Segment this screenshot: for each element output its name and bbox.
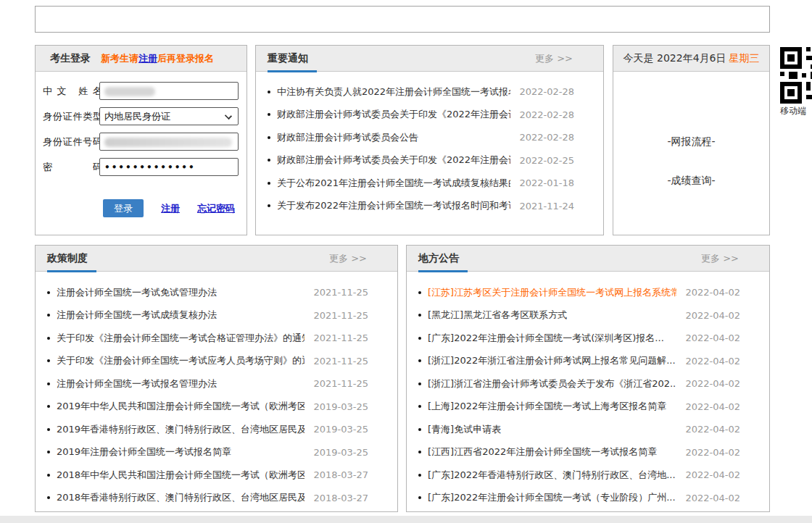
name-input[interactable] (99, 82, 239, 100)
notices-header: 重要通知 更多 >> (256, 46, 603, 72)
quick-link[interactable]: -网报流程- (613, 135, 769, 148)
notices-list: 中注协有关负责人就2022年注册会计师全国统一考试报名相... 2022-02-… (256, 72, 603, 217)
today-panel: 今天是 2022年4月6日星期三 -网报流程- -成绩查询- (613, 45, 770, 235)
policy-panel: 政策制度 更多 >> 注册会计师全国统一考试免试管理办法 2021-11-25 … (35, 245, 398, 512)
bullet-icon (47, 405, 50, 408)
title-underline (418, 270, 468, 272)
bullet-icon (47, 496, 50, 499)
news-date: 2021-11-25 (313, 332, 368, 343)
name-row: 中文 姓名 (36, 82, 246, 100)
quick-links: -网报流程- -成绩查询- (613, 72, 769, 188)
news-link[interactable]: [广东]2022年注册会计师全国统一考试（专业阶段）广州... (428, 491, 676, 504)
redacted-id-value (104, 138, 232, 147)
password-label: 密 码 (43, 158, 102, 176)
news-link[interactable]: [浙江]浙江省注册会计师考试委员会关于发布《浙江省202... (428, 377, 676, 390)
news-link[interactable]: [广东]2022年香港特别行政区、澳门特别行政区、台湾地... (428, 469, 676, 482)
list-item: 财政部注册会计师考试委员会关于印发《2022年注册会计师... 2022-02-… (256, 149, 603, 172)
id-type-select[interactable]: 内地居民身份证 (99, 107, 239, 125)
id-type-row: 身份证件类型 内地居民身份证 (36, 107, 246, 125)
bullet-icon (418, 474, 421, 477)
list-item: [江西]江西省2022年注册会计师全国统一考试报名简章 2022-04-02 (407, 441, 769, 464)
news-date: 2022-04-02 (685, 310, 740, 321)
register-inline-link[interactable]: 注册 (138, 53, 157, 64)
news-link[interactable]: 财政部注册会计师考试委员会公告 (277, 131, 510, 144)
news-link[interactable]: 中注协有关负责人就2022年注册会计师全国统一考试报名相... (277, 85, 510, 99)
bullet-icon (268, 159, 270, 162)
news-link[interactable]: [江西]江西省2022年注册会计师全国统一考试报名简章 (428, 445, 676, 459)
news-link[interactable]: 注册会计师全国统一考试成绩复核办法 (57, 309, 304, 322)
forgot-password-link[interactable]: 忘记密码 (197, 202, 235, 215)
register-link[interactable]: 注册 (161, 202, 180, 215)
news-link[interactable]: [广东]2022年注册会计师全国统一考试(深圳考区)报名... (428, 332, 676, 345)
bullet-icon (418, 291, 421, 294)
news-link[interactable]: [青海]免试申请表 (428, 423, 676, 436)
list-item: 2018年中华人民共和国注册会计师全国统一考试（欧洲考区... 2018-03-… (36, 464, 397, 487)
qr-label: 移动端 (780, 105, 812, 117)
news-link[interactable]: [上海]2022年注册会计师全国统一考试上海考区报名简章 (428, 400, 676, 413)
news-link[interactable]: 2019年注册会计师全国统一考试报名简章 (57, 445, 304, 459)
id-number-label: 身份证件号码 (43, 133, 102, 151)
list-item: [黑龙江]黑龙江省各考区联系方式 2022-04-02 (407, 304, 769, 327)
list-item: 2019年注册会计师全国统一考试报名简章 2019-03-25 (36, 441, 397, 464)
news-link[interactable]: 关于发布2022年注册会计师全国统一考试报名时间和考试时... (277, 199, 510, 212)
news-link[interactable]: 财政部注册会计师考试委员会关于印发《2022年注册会计师... (277, 108, 510, 121)
bullet-icon (418, 359, 421, 362)
news-date: 2019-03-25 (313, 401, 368, 412)
notices-more-link[interactable]: 更多 >> (535, 46, 573, 72)
news-date: 2022-04-02 (685, 332, 740, 343)
news-link[interactable]: 2019年中华人民共和国注册会计师全国统一考试（欧洲考区... (57, 400, 304, 413)
local-header: 地方公告 更多 >> (407, 246, 769, 272)
list-item: 财政部注册会计师考试委员会关于印发《2022年注册会计师... 2022-02-… (256, 104, 603, 127)
today-date-text: 今天是 2022年4月6日星期三 (624, 52, 760, 65)
notice-prefix: 新考生请 (101, 53, 138, 64)
news-link[interactable]: [黑龙江]黑龙江省各考区联系方式 (428, 309, 676, 322)
news-link[interactable]: 关于印发《注册会计师全国统一考试应考人员考场守则》的通知 (57, 354, 304, 367)
news-date: 2021-11-24 (519, 201, 574, 212)
news-link[interactable]: 2019年香港特别行政区、澳门特别行政区、台湾地区居民及... (57, 423, 304, 436)
policy-list: 注册会计师全国统一考试免试管理办法 2021-11-25 注册会计师全国统一考试… (36, 272, 397, 509)
login-button[interactable]: 登录 (103, 199, 144, 217)
bullet-icon (268, 182, 270, 185)
news-date: 2018-03-27 (313, 493, 368, 503)
bullet-icon (47, 314, 50, 317)
bullet-icon (268, 136, 270, 139)
list-item: [青海]免试申请表 2022-04-02 (407, 418, 769, 441)
bullet-icon (268, 113, 270, 116)
news-link[interactable]: 关于印发《注册会计师全国统一考试合格证管理办法》的通知 (57, 332, 304, 345)
password-input[interactable]: ••••••••••••• (99, 158, 239, 176)
news-link[interactable]: 注册会计师全国统一考试免试管理办法 (57, 286, 304, 299)
bullet-icon (418, 496, 421, 499)
news-date: 2022-04-02 (685, 378, 740, 389)
news-link[interactable]: 关于公布2021年注册会计师全国统一考试成绩复核结果的公... (277, 177, 510, 190)
new-candidate-notice: 新考生请注册后再登录报名 (101, 52, 214, 65)
footer-band (0, 516, 812, 523)
bullet-icon (47, 428, 50, 431)
bullet-icon (47, 382, 50, 385)
news-link[interactable]: [浙江]2022年浙江省注册会计师考试网上报名常见问题解... (428, 354, 676, 367)
list-item: [广东]2022年注册会计师全国统一考试（专业阶段）广州... 2022-04-… (407, 487, 769, 510)
id-number-input[interactable] (99, 133, 239, 151)
news-date: 2019-03-25 (313, 424, 368, 435)
news-link[interactable]: [江苏]江苏考区关于注册会计师全国统一考试网上报名系统常... (428, 286, 676, 299)
bullet-icon (418, 337, 421, 340)
list-item: [广东]2022年注册会计师全国统一考试(深圳考区)报名... 2022-04-… (407, 327, 769, 350)
title-underline (268, 70, 317, 72)
news-date: 2022-04-02 (685, 401, 740, 412)
news-link[interactable]: 2018年香港特别行政区、澳门特别行政区、台湾地区居民及... (57, 491, 304, 504)
quick-link[interactable]: -成绩查询- (613, 175, 769, 188)
top-banner-box[interactable] (35, 6, 770, 33)
bullet-icon (418, 382, 421, 385)
news-link[interactable]: 财政部注册会计师考试委员会关于印发《2022年注册会计师... (277, 154, 510, 167)
news-link[interactable]: 2018年中华人民共和国注册会计师全国统一考试（欧洲考区... (57, 469, 304, 482)
list-item: 2018年香港特别行政区、澳门特别行政区、台湾地区居民及... 2018-03-… (36, 487, 397, 510)
policy-title: 政策制度 (47, 252, 88, 265)
news-link[interactable]: 注册会计师全国统一考试报名管理办法 (57, 377, 304, 390)
list-item: 关于公布2021年注册会计师全国统一考试成绩复核结果的公... 2022-01-… (256, 172, 603, 195)
local-more-link[interactable]: 更多 >> (701, 246, 739, 272)
policy-more-link[interactable]: 更多 >> (329, 246, 367, 272)
list-item: [上海]2022年注册会计师全国统一考试上海考区报名简章 2022-04-02 (407, 396, 769, 419)
list-item: [广东]2022年香港特别行政区、澳门特别行政区、台湾地... 2022-04-… (407, 464, 769, 487)
title-underline (47, 270, 96, 272)
news-date: 2022-02-28 (519, 132, 574, 143)
news-date: 2022-04-02 (685, 287, 740, 298)
